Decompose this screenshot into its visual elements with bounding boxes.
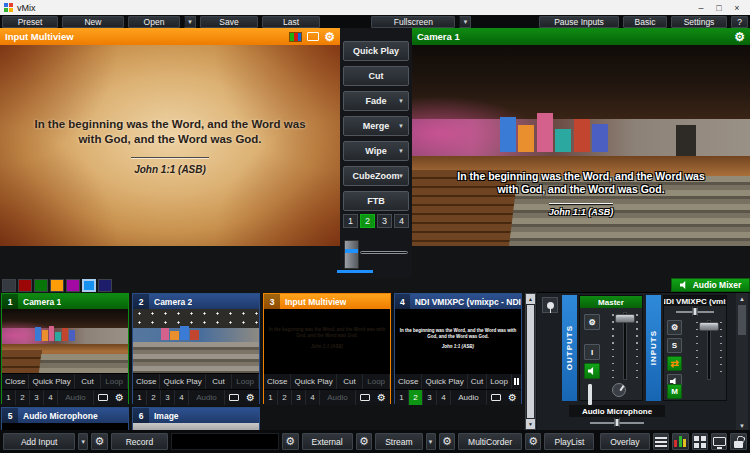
display-button[interactable] — [711, 433, 727, 450]
pause-inputs-button[interactable]: Pause Inputs — [539, 16, 619, 28]
input-header[interactable]: 5 Audio Microphone — [2, 408, 128, 423]
preview-video[interactable]: In the beginning was the Word, and the W… — [0, 45, 340, 246]
multicorder-settings-button[interactable]: ⚙ — [439, 433, 455, 450]
quick-play-button[interactable]: Quick Play — [160, 374, 205, 389]
stream-settings-button[interactable]: ⚙ — [356, 433, 372, 450]
gear-icon[interactable]: ⚙ — [324, 31, 335, 43]
input-thumbnail[interactable] — [2, 423, 128, 430]
fullscreen-monitor-icon[interactable] — [487, 390, 504, 405]
external-settings-button[interactable]: ⚙ — [282, 433, 298, 450]
input-header[interactable]: 1 Camera 1 — [2, 294, 128, 309]
input-thumbnail[interactable] — [133, 309, 259, 373]
help-button[interactable]: ? — [731, 16, 748, 28]
inputs-scrollbar[interactable]: ▲ ▼ — [525, 293, 536, 430]
preset-button[interactable]: Preset — [2, 16, 58, 28]
audio-meters-button[interactable] — [672, 433, 688, 450]
overlay-swatch-5[interactable] — [66, 279, 80, 292]
open-dropdown-button[interactable]: ▼ — [184, 16, 196, 28]
overlay-1-button[interactable]: 1 — [2, 390, 16, 405]
cut-button[interactable]: Cut — [75, 374, 102, 389]
close-button[interactable]: Close — [2, 374, 29, 389]
menu-button[interactable] — [653, 433, 669, 450]
outputs-strip[interactable]: OUTPUTS — [562, 295, 577, 401]
gear-icon[interactable]: ⚙ — [504, 390, 521, 405]
master-fader[interactable] — [610, 310, 640, 382]
wipe-button[interactable]: Wipe▼ — [343, 141, 409, 161]
audio-button[interactable]: Audio — [189, 390, 225, 405]
input-header[interactable]: 4 NDI VMIXPC (vmixpc - NDI 2) — [395, 294, 521, 309]
close-button[interactable]: × — [728, 1, 746, 15]
overlay-4-button[interactable]: 4 — [44, 390, 58, 405]
close-button[interactable]: Close — [133, 374, 160, 389]
cubezoom-button[interactable]: CubeZoom▼ — [343, 166, 409, 186]
multicorder-button[interactable]: MultiCorder — [458, 433, 522, 450]
quick-play-button[interactable]: Quick Play — [29, 374, 74, 389]
fullscreen-monitor-icon[interactable] — [94, 390, 111, 405]
overlay-3-button[interactable]: 3 — [161, 390, 175, 405]
overlay-3-button[interactable]: 3 — [292, 390, 306, 405]
tbar-handle[interactable] — [344, 240, 359, 269]
overlay-swatch-1[interactable] — [2, 279, 16, 292]
headphone-volume-knob[interactable] — [612, 383, 626, 397]
gear-icon[interactable]: ⚙ — [373, 390, 390, 405]
input-header[interactable]: 6 Image — [133, 408, 259, 423]
audio-button[interactable]: Audio — [320, 390, 356, 405]
cut-button[interactable]: Cut — [206, 374, 233, 389]
loop-button[interactable]: Loop — [363, 374, 390, 389]
overlay-swatch-7[interactable] — [98, 279, 112, 292]
save-button[interactable]: Save — [200, 16, 258, 28]
master-bus-button[interactable]: I — [584, 344, 600, 360]
scroll-up-button[interactable]: ▲ — [526, 294, 535, 304]
transition-3-button[interactable]: 3 — [377, 214, 392, 228]
external-button[interactable]: External — [302, 433, 353, 450]
record-button[interactable]: Record — [111, 433, 169, 450]
overlay-2-button[interactable]: 2 — [409, 390, 423, 405]
input-thumbnail[interactable]: In the beginning was the Word, and the W… — [264, 309, 390, 373]
quick-play-button[interactable]: Quick Play — [422, 374, 467, 389]
overlay-swatch-2[interactable] — [18, 279, 32, 292]
add-input-button[interactable]: Add Input — [3, 433, 75, 450]
overlay-3-button[interactable]: 3 — [423, 390, 437, 405]
scroll-down-button[interactable]: ▼ — [526, 419, 535, 429]
scroll-up-button[interactable]: ▲ — [736, 293, 748, 304]
overlay-4-button[interactable]: 4 — [175, 390, 189, 405]
close-button[interactable]: Close — [264, 374, 291, 389]
lock-button[interactable] — [730, 433, 746, 450]
transition-2-button[interactable]: 2 — [360, 214, 375, 228]
overlay-4-button[interactable]: 4 — [306, 390, 320, 405]
overlay-button[interactable]: Overlay — [600, 433, 649, 450]
pan-handle[interactable] — [693, 307, 698, 316]
monitor-icon[interactable] — [307, 32, 319, 41]
fade-button[interactable]: Fade▼ — [343, 91, 409, 111]
new-button[interactable]: New — [62, 16, 124, 28]
transition-4-button[interactable]: 4 — [394, 214, 409, 228]
automix-button[interactable]: ⇄ — [667, 356, 682, 371]
gear-icon[interactable]: ⚙ — [584, 314, 600, 330]
overlay-2-button[interactable]: 2 — [16, 390, 30, 405]
input-thumbnail[interactable] — [133, 423, 259, 430]
gear-icon[interactable]: ⚙ — [667, 320, 682, 335]
audio-button[interactable]: Audio — [451, 390, 487, 405]
add-input-dropdown-button[interactable]: ▼ — [78, 433, 88, 450]
pin-button[interactable] — [542, 297, 558, 313]
layout-grid-button[interactable] — [692, 433, 708, 450]
loop-button[interactable]: Loop — [101, 374, 128, 389]
overlay-swatch-3[interactable] — [34, 279, 48, 292]
maximize-button[interactable]: □ — [710, 1, 728, 15]
stream-button[interactable]: Stream — [375, 433, 422, 450]
program-video[interactable]: In the beginning was the Word, and the W… — [412, 45, 750, 246]
tbar-track[interactable] — [360, 251, 408, 254]
close-button[interactable]: Close — [395, 374, 422, 389]
overlay-2-button[interactable]: 2 — [147, 390, 161, 405]
merge-button[interactable]: Merge▼ — [343, 116, 409, 136]
fader-handle[interactable] — [615, 314, 635, 323]
fullscreen-monitor-icon[interactable] — [225, 390, 242, 405]
cut-button[interactable]: Cut — [468, 374, 487, 389]
playlist-settings-button[interactable]: ⚙ — [525, 433, 541, 450]
overlay-4-button[interactable]: 4 — [437, 390, 451, 405]
overlay-3-button[interactable]: 3 — [30, 390, 44, 405]
overlay-2-button[interactable]: 2 — [278, 390, 292, 405]
fullscreen-monitor-icon[interactable] — [356, 390, 373, 405]
overlay-1-button[interactable]: 1 — [395, 390, 409, 405]
playlist-button[interactable]: PlayList — [544, 433, 594, 450]
